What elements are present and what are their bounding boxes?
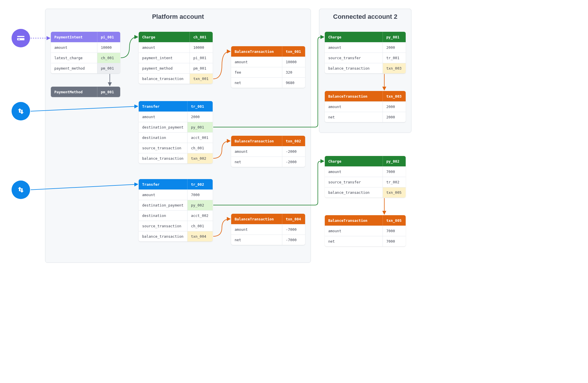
entity-field-value: 2000 xyxy=(383,102,406,112)
entity-field-value: ch_001 xyxy=(187,143,213,153)
transfer-2-entity: Transfer tr_002 amount 7000 destination_… xyxy=(139,179,213,241)
entity-id: pi_001 xyxy=(97,32,120,42)
entity-name: BalanceTransaction xyxy=(325,215,383,226)
entity-header: Charge py_002 xyxy=(325,156,406,166)
entity-row: amount 2000 xyxy=(139,111,213,122)
entity-row: amount 7000 xyxy=(325,166,406,177)
entity-field-key: payment_intent xyxy=(139,53,190,63)
entity-field-value: 10000 xyxy=(190,42,213,53)
entity-id: txn_003 xyxy=(383,91,406,101)
entity-name: BalanceTransaction xyxy=(231,214,282,224)
entity-field-key: balance_transaction xyxy=(139,231,187,241)
entity-id: tr_002 xyxy=(187,179,213,189)
payment-intent-entity: PaymentIntent pi_001 amount 10000 latest… xyxy=(51,32,120,73)
balance-transaction-2-entity: BalanceTransaction txn_002 amount -2000 … xyxy=(231,136,305,167)
entity-field-value: 10000 xyxy=(282,57,305,67)
entity-id: txn_002 xyxy=(282,136,305,146)
entity-field-key: amount xyxy=(231,224,282,235)
balance-transaction-4-entity: BalanceTransaction txn_004 amount -7000 … xyxy=(231,214,305,245)
entity-row: fee 320 xyxy=(231,67,305,77)
entity-header: PaymentMethod pm_001 xyxy=(51,87,120,97)
entity-id: txn_005 xyxy=(383,215,406,226)
entity-id: py_001 xyxy=(383,32,406,42)
entity-row: payment_method pm_001 xyxy=(139,63,213,73)
entity-field-value: 2000 xyxy=(383,112,406,122)
entity-row: balance_transaction txn_001 xyxy=(139,73,213,84)
entity-id: py_002 xyxy=(383,156,406,166)
entity-row: net 2000 xyxy=(325,112,406,122)
entity-name: PaymentMethod xyxy=(51,87,97,97)
card-icon xyxy=(12,29,30,47)
entity-field-value: py_001 xyxy=(187,122,213,132)
entity-name: BalanceTransaction xyxy=(231,136,282,146)
entity-row: net -7000 xyxy=(231,235,305,245)
entity-row: net -2000 xyxy=(231,157,305,167)
entity-name: Charge xyxy=(325,156,383,166)
entity-field-value: 10000 xyxy=(97,42,120,53)
entity-field-value: txn_004 xyxy=(187,231,213,241)
entity-field-value: -2000 xyxy=(282,146,305,157)
entity-field-value: ch_001 xyxy=(187,221,213,231)
entity-field-key: destination_payment xyxy=(139,122,187,132)
entity-field-key: amount xyxy=(231,146,282,157)
entity-field-value: 7000 xyxy=(383,226,406,236)
entity-field-value: txn_002 xyxy=(187,153,213,163)
entity-field-value: 7000 xyxy=(187,190,213,200)
entity-field-value: acct_002 xyxy=(187,211,213,221)
entity-field-key: net xyxy=(325,112,383,122)
entity-field-value: pm_001 xyxy=(190,63,213,73)
entity-field-value: pm_001 xyxy=(97,63,120,73)
balance-transaction-1-entity: BalanceTransaction txn_001 amount 10000 … xyxy=(231,46,305,88)
transfer-icon-1 xyxy=(12,102,30,120)
entity-field-key: amount xyxy=(325,226,383,236)
entity-name: Transfer xyxy=(139,101,187,111)
entity-field-key: amount xyxy=(51,42,97,53)
entity-row: amount 10000 xyxy=(231,57,305,67)
entity-row: amount 10000 xyxy=(51,42,120,53)
entity-row: payment_intent pi_001 xyxy=(139,53,213,63)
entity-field-key: balance_transaction xyxy=(139,74,190,84)
entity-field-value: py_002 xyxy=(187,200,213,210)
entity-header: BalanceTransaction txn_003 xyxy=(325,91,406,101)
payment-method-entity: PaymentMethod pm_001 xyxy=(51,87,120,97)
diagram-canvas: Platform account Connected account 1 Con… xyxy=(12,9,428,286)
entity-field-key: amount xyxy=(325,167,383,177)
entity-id: pm_001 xyxy=(97,87,120,97)
entity-id: ch_001 xyxy=(190,32,213,42)
entity-field-key: amount xyxy=(139,42,190,53)
entity-field-key: balance_transaction xyxy=(325,187,383,198)
entity-field-key: source_transfer xyxy=(325,177,383,187)
entity-name: PaymentIntent xyxy=(51,32,97,42)
entity-field-key: source_transfer xyxy=(325,53,383,63)
entity-field-value: 7000 xyxy=(383,236,406,246)
entity-field-key: source_transaction xyxy=(139,143,187,153)
balance-transaction-3-entity: BalanceTransaction txn_003 amount 2000 n… xyxy=(325,91,406,122)
entity-field-key: amount xyxy=(325,102,383,112)
charge-entity: Charge ch_001 amount 10000 payment_inten… xyxy=(139,32,213,84)
entity-field-value: 9680 xyxy=(282,78,305,88)
entity-row: net 7000 xyxy=(325,236,406,246)
entity-id: txn_001 xyxy=(282,46,305,57)
entity-name: Charge xyxy=(139,32,190,42)
entity-field-value: -2000 xyxy=(282,157,305,167)
entity-field-value: ch_001 xyxy=(97,53,120,63)
entity-row: amount 7000 xyxy=(139,189,213,200)
entity-field-value: acct_001 xyxy=(187,133,213,143)
entity-header: BalanceTransaction txn_001 xyxy=(231,46,305,57)
entity-row: destination_payment py_001 xyxy=(139,122,213,132)
entity-field-key: balance_transaction xyxy=(139,153,187,163)
entity-field-key: payment_method xyxy=(139,63,190,73)
entity-row: amount -7000 xyxy=(231,224,305,235)
entity-field-value: pi_001 xyxy=(190,53,213,63)
entity-row: amount 7000 xyxy=(325,226,406,236)
entity-field-key: latest_charge xyxy=(51,53,97,63)
entity-row: payment_method pm_001 xyxy=(51,63,120,73)
entity-field-key: net xyxy=(231,157,282,167)
entity-header: Transfer tr_002 xyxy=(139,179,213,189)
entity-name: BalanceTransaction xyxy=(325,91,383,101)
entity-header: BalanceTransaction txn_004 xyxy=(231,214,305,224)
entity-field-key: amount xyxy=(139,190,187,200)
entity-row: balance_transaction txn_002 xyxy=(139,153,213,163)
entity-name: BalanceTransaction xyxy=(231,46,282,57)
entity-field-value: txn_003 xyxy=(383,63,406,73)
